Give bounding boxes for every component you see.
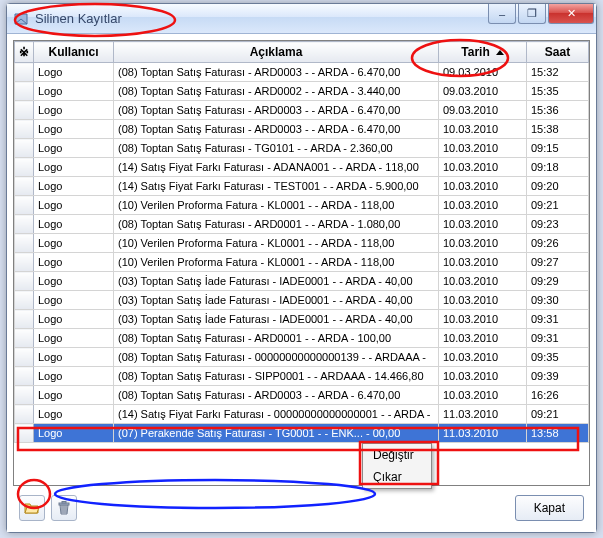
- row-indicator-cell: [15, 215, 34, 234]
- table-row[interactable]: Logo(03) Toptan Satış İade Faturası - IA…: [15, 291, 589, 310]
- context-remove[interactable]: Çıkar: [363, 466, 431, 488]
- row-indicator-cell: [15, 139, 34, 158]
- cell-desc: (08) Toptan Satış Faturası - TG0101 - - …: [114, 139, 439, 158]
- cell-desc: (08) Toptan Satış Faturası - ARD0002 - -…: [114, 82, 439, 101]
- cell-date: 10.03.2010: [439, 196, 527, 215]
- sort-asc-icon: [496, 50, 504, 55]
- cell-time: 09:35: [527, 348, 589, 367]
- column-desc[interactable]: Açıklama: [114, 42, 439, 63]
- table-row[interactable]: Logo(14) Satış Fiyat Farkı Faturası - TE…: [15, 177, 589, 196]
- column-date[interactable]: Tarih: [439, 42, 527, 63]
- cell-desc: (14) Satış Fiyat Farkı Faturası - 000000…: [114, 405, 439, 424]
- titlebar[interactable]: Silinen Kayıtlar – ❐ ✕: [7, 4, 596, 34]
- cell-user: Logo: [34, 177, 114, 196]
- context-menu: Değiştir Çıkar: [362, 443, 432, 489]
- table-row[interactable]: Logo(10) Verilen Proforma Fatura - KL000…: [15, 196, 589, 215]
- row-indicator-cell: [15, 386, 34, 405]
- cell-date: 10.03.2010: [439, 291, 527, 310]
- cell-user: Logo: [34, 158, 114, 177]
- cell-user: Logo: [34, 139, 114, 158]
- row-indicator-cell: [15, 101, 34, 120]
- table-row[interactable]: Logo(07) Perakende Satış Faturası - TG00…: [15, 424, 589, 443]
- row-indicator-cell: [15, 348, 34, 367]
- cell-user: Logo: [34, 101, 114, 120]
- row-indicator-cell: [15, 272, 34, 291]
- cell-user: Logo: [34, 329, 114, 348]
- table-row[interactable]: Logo(08) Toptan Satış Faturası - ARD0003…: [15, 386, 589, 405]
- cell-time: 16:26: [527, 386, 589, 405]
- close-window-button[interactable]: Kapat: [515, 495, 584, 521]
- window: Silinen Kayıtlar – ❐ ✕ ※ Kullanıcı Açıkl…: [6, 3, 597, 533]
- table-row[interactable]: Logo(08) Toptan Satış Faturası - ARD0003…: [15, 120, 589, 139]
- table-row[interactable]: Logo(08) Toptan Satış Faturası - ARD0002…: [15, 82, 589, 101]
- column-time[interactable]: Saat: [527, 42, 589, 63]
- column-user[interactable]: Kullanıcı: [34, 42, 114, 63]
- cell-user: Logo: [34, 196, 114, 215]
- cell-time: 09:30: [527, 291, 589, 310]
- table-row[interactable]: Logo(14) Satış Fiyat Farkı Faturası - AD…: [15, 158, 589, 177]
- cell-desc: (10) Verilen Proforma Fatura - KL0001 - …: [114, 253, 439, 272]
- cell-time: 15:38: [527, 120, 589, 139]
- minimize-button[interactable]: –: [488, 4, 516, 24]
- cell-user: Logo: [34, 272, 114, 291]
- cell-time: 13:58: [527, 424, 589, 443]
- table-row[interactable]: Logo(08) Toptan Satış Faturası - ARD0001…: [15, 329, 589, 348]
- row-indicator-cell: [15, 367, 34, 386]
- cell-time: 09:15: [527, 139, 589, 158]
- window-title: Silinen Kayıtlar: [35, 11, 122, 26]
- cell-time: 09:31: [527, 310, 589, 329]
- cell-desc: (08) Toptan Satış Faturası - ARD0001 - -…: [114, 329, 439, 348]
- cell-desc: (10) Verilen Proforma Fatura - KL0001 - …: [114, 234, 439, 253]
- row-indicator-cell: [15, 158, 34, 177]
- data-grid[interactable]: ※ Kullanıcı Açıklama Tarih Saat Logo(08)…: [13, 40, 590, 486]
- cell-date: 10.03.2010: [439, 120, 527, 139]
- table-row[interactable]: Logo(10) Verilen Proforma Fatura - KL000…: [15, 234, 589, 253]
- cell-time: 15:35: [527, 82, 589, 101]
- cell-time: 09:23: [527, 215, 589, 234]
- cell-desc: (08) Toptan Satış Faturası - ARD0003 - -…: [114, 63, 439, 82]
- cell-desc: (14) Satış Fiyat Farkı Faturası - ADANA0…: [114, 158, 439, 177]
- table-row[interactable]: Logo(08) Toptan Satış Faturası - ARD0003…: [15, 63, 589, 82]
- maximize-button[interactable]: ❐: [518, 4, 546, 24]
- row-indicator-cell: [15, 120, 34, 139]
- cell-date: 09.03.2010: [439, 82, 527, 101]
- table-row[interactable]: Logo(08) Toptan Satış Faturası - TG0101 …: [15, 139, 589, 158]
- footer-bar: Kapat: [13, 486, 590, 526]
- row-indicator-cell: [15, 177, 34, 196]
- cell-desc: (14) Satış Fiyat Farkı Faturası - TEST00…: [114, 177, 439, 196]
- table-row[interactable]: Logo(03) Toptan Satış İade Faturası - IA…: [15, 310, 589, 329]
- cell-date: 10.03.2010: [439, 310, 527, 329]
- cell-date: 09.03.2010: [439, 63, 527, 82]
- cell-time: 09:31: [527, 329, 589, 348]
- cell-user: Logo: [34, 291, 114, 310]
- cell-user: Logo: [34, 424, 114, 443]
- header-row: ※ Kullanıcı Açıklama Tarih Saat: [15, 42, 589, 63]
- table-row[interactable]: Logo(03) Toptan Satış İade Faturası - IA…: [15, 272, 589, 291]
- table-row[interactable]: Logo(08) Toptan Satış Faturası - ARD0003…: [15, 101, 589, 120]
- cell-date: 10.03.2010: [439, 177, 527, 196]
- cell-date: 10.03.2010: [439, 348, 527, 367]
- cell-desc: (08) Toptan Satış Faturası - 00000000000…: [114, 348, 439, 367]
- content-area: ※ Kullanıcı Açıklama Tarih Saat Logo(08)…: [7, 34, 596, 532]
- trash-icon: [56, 500, 72, 516]
- cell-time: 15:32: [527, 63, 589, 82]
- cell-date: 10.03.2010: [439, 367, 527, 386]
- cell-desc: (03) Toptan Satış İade Faturası - IADE00…: [114, 272, 439, 291]
- table-row[interactable]: Logo(08) Toptan Satış Faturası - 0000000…: [15, 348, 589, 367]
- cell-date: 09.03.2010: [439, 101, 527, 120]
- table-row[interactable]: Logo(14) Satış Fiyat Farkı Faturası - 00…: [15, 405, 589, 424]
- cell-time: 09:39: [527, 367, 589, 386]
- context-edit[interactable]: Değiştir: [363, 444, 431, 466]
- folder-open-button[interactable]: [19, 495, 45, 521]
- cell-time: 09:26: [527, 234, 589, 253]
- cell-desc: (03) Toptan Satış İade Faturası - IADE00…: [114, 291, 439, 310]
- corner-header[interactable]: ※: [15, 42, 34, 63]
- svg-rect-1: [62, 502, 66, 504]
- row-indicator-cell: [15, 310, 34, 329]
- table-row[interactable]: Logo(10) Verilen Proforma Fatura - KL000…: [15, 253, 589, 272]
- close-button[interactable]: ✕: [548, 4, 594, 24]
- cell-date: 10.03.2010: [439, 139, 527, 158]
- table-row[interactable]: Logo(08) Toptan Satış Faturası - SIPP000…: [15, 367, 589, 386]
- delete-button[interactable]: [51, 495, 77, 521]
- table-row[interactable]: Logo(08) Toptan Satış Faturası - ARD0001…: [15, 215, 589, 234]
